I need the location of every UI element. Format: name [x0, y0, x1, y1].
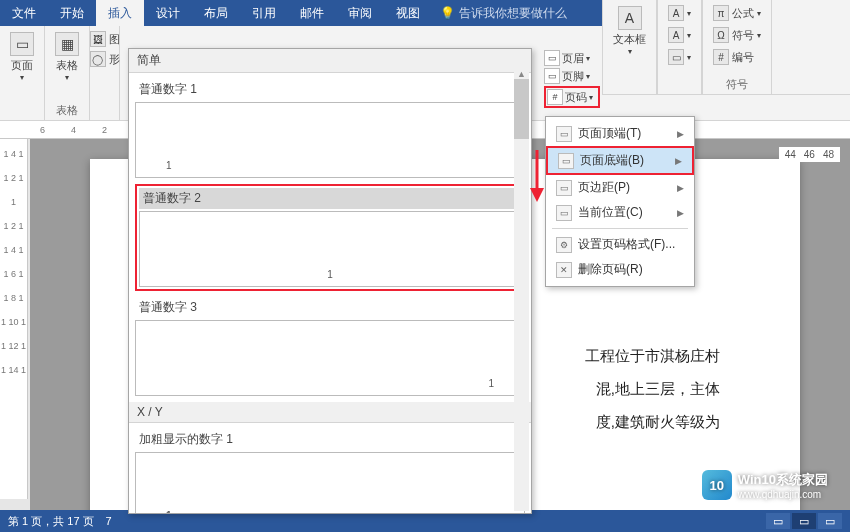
tables-group-label: 表格 — [56, 103, 78, 118]
chevron-down-icon: ▾ — [589, 93, 593, 102]
tell-me-placeholder: 告诉我你想要做什么 — [459, 5, 567, 22]
ruler-tick: 1 4 1 — [3, 245, 23, 255]
chevron-down-icon: ▾ — [20, 73, 24, 82]
format-icon: ⚙ — [556, 237, 572, 253]
gallery-body[interactable]: 普通数字 1 1 普通数字 2 1 普通数字 3 1 X / Y 加粗显示的数字… — [129, 73, 531, 513]
gallery-item-plain-2[interactable]: 普通数字 2 1 — [135, 184, 525, 291]
tab-review[interactable]: 审阅 — [336, 0, 384, 26]
chevron-down-icon: ▾ — [586, 54, 590, 63]
page-number-gallery: 简单 普通数字 1 1 普通数字 2 1 普通数字 3 1 X / Y 加粗显示… — [128, 48, 532, 514]
gallery-item-plain-3[interactable]: 普通数字 3 1 — [135, 297, 525, 396]
pages-button[interactable]: ▭ 页面 ▾ — [6, 30, 38, 84]
ruler-tick: 1 2 1 — [3, 173, 23, 183]
pagenumber-button[interactable]: #页码▾ — [544, 86, 600, 108]
gallery-item-label: 加粗显示的数字 1 — [135, 429, 525, 450]
submenu-label: 删除页码(R) — [578, 261, 643, 278]
submenu-format-page-numbers[interactable]: ⚙ 设置页码格式(F)... — [546, 232, 694, 257]
pi-icon: π — [713, 5, 729, 21]
tell-me[interactable]: 💡 告诉我你想要做什么 — [440, 5, 567, 22]
lightbulb-icon: 💡 — [440, 6, 455, 20]
page-count[interactable]: 第 1 页，共 17 页 — [8, 514, 94, 529]
tab-view[interactable]: 视图 — [384, 0, 432, 26]
site-watermark: 10 Win10系统家园 www.qdhuajin.com — [702, 470, 828, 500]
gallery-preview: 1 — [135, 452, 525, 513]
submenu-label: 页边距(P) — [578, 179, 630, 196]
picture-icon: 🖼 — [90, 31, 106, 47]
shapes-button[interactable]: ◯形 — [86, 50, 124, 68]
ruler-tick: 1 8 1 — [3, 293, 23, 303]
submenu-top-of-page[interactable]: ▭ 页面顶端(T) ▶ — [546, 121, 694, 146]
header-button[interactable]: ▭页眉▾ — [544, 50, 600, 66]
vertical-ruler[interactable]: 1 4 1 1 2 1 1 1 2 1 1 4 1 1 6 1 1 8 1 1 … — [0, 139, 28, 499]
textbox-button[interactable]: A 文本框 ▾ — [609, 4, 650, 58]
ribbon-group-text: A 文本框 ▾ — [602, 0, 657, 94]
page-bottom-icon: ▭ — [558, 153, 574, 169]
submenu-page-margins[interactable]: ▭ 页边距(P) ▶ — [546, 175, 694, 200]
submenu-bottom-of-page[interactable]: ▭ 页面底端(B) ▶ — [546, 146, 694, 175]
pictures-button[interactable]: 🖼图 — [86, 30, 124, 48]
scrollbar-thumb[interactable] — [514, 79, 529, 139]
equation-button[interactable]: π公式▾ — [709, 4, 765, 22]
table-button[interactable]: ▦ 表格 ▾ — [51, 30, 83, 84]
tab-insert[interactable]: 插入 — [96, 0, 144, 26]
pagenumber-icon: # — [547, 89, 563, 105]
word-count[interactable]: 7 — [106, 515, 112, 527]
ruler-tick: 1 — [11, 197, 16, 207]
view-buttons: ▭ ▭ ▭ — [766, 513, 842, 529]
zhihu-watermark: 知乎 @VIEWEL — [559, 467, 720, 494]
gallery-item-label: 普通数字 3 — [135, 297, 525, 318]
tab-mailings[interactable]: 邮件 — [288, 0, 336, 26]
textbox-icon: A — [618, 6, 642, 30]
gallery-item-label: 普通数字 1 — [135, 79, 525, 100]
page-icon: ▭ — [10, 32, 34, 56]
tab-file[interactable]: 文件 — [0, 0, 48, 26]
menu-separator — [552, 228, 688, 229]
read-mode-button[interactable]: ▭ — [766, 513, 790, 529]
gallery-section-simple: 简单 — [129, 49, 531, 73]
watermark-logo: 10 — [702, 470, 732, 500]
ruler-tick: 4 — [71, 125, 76, 135]
chevron-down-icon: ▾ — [65, 73, 69, 82]
symbols-group-label: 符号 — [726, 77, 748, 92]
number-button[interactable]: #编号 — [709, 48, 765, 66]
submenu-current-position[interactable]: ▭ 当前位置(C) ▶ — [546, 200, 694, 225]
web-layout-button[interactable]: ▭ — [818, 513, 842, 529]
wordart-button[interactable]: A▾ — [664, 4, 695, 22]
ribbon-group-illustrations: 🖼图 ◯形 — [90, 26, 120, 120]
omega-icon: Ω — [713, 27, 729, 43]
ruler-tick: 48 — [823, 149, 834, 160]
footer-button[interactable]: ▭页脚▾ — [544, 68, 600, 84]
submenu-remove-page-numbers[interactable]: ✕ 删除页码(R) — [546, 257, 694, 282]
ruler-right-ticks: 44 46 48 — [779, 147, 840, 162]
object-button[interactable]: ▭▾ — [664, 48, 695, 66]
ruler-tick: 6 — [40, 125, 45, 135]
textbox-label: 文本框 — [613, 32, 646, 47]
submenu-label: 设置页码格式(F)... — [578, 236, 675, 253]
watermark-brand: Win10系统家园 — [738, 471, 828, 489]
chevron-down-icon: ▾ — [757, 9, 761, 18]
scroll-up-icon[interactable]: ▲ — [514, 69, 529, 79]
page-margin-icon: ▭ — [556, 180, 572, 196]
chevron-right-icon: ▶ — [677, 183, 684, 193]
print-layout-button[interactable]: ▭ — [792, 513, 816, 529]
chevron-down-icon: ▾ — [757, 31, 761, 40]
gallery-item-plain-1[interactable]: 普通数字 1 1 — [135, 79, 525, 178]
tab-references[interactable]: 引用 — [240, 0, 288, 26]
tab-design[interactable]: 设计 — [144, 0, 192, 26]
current-position-icon: ▭ — [556, 205, 572, 221]
pages-label: 页面 — [11, 58, 33, 73]
dropcap-icon: A — [668, 27, 684, 43]
tab-layout[interactable]: 布局 — [192, 0, 240, 26]
ruler-tick: 46 — [804, 149, 815, 160]
remove-icon: ✕ — [556, 262, 572, 278]
gallery-scrollbar[interactable]: ▲ — [514, 69, 529, 511]
shapes-icon: ◯ — [90, 51, 106, 67]
object-icon: ▭ — [668, 49, 684, 65]
ruler-tick: 1 14 1 — [1, 365, 26, 375]
header-icon: ▭ — [544, 50, 560, 66]
tab-home[interactable]: 开始 — [48, 0, 96, 26]
gallery-item-bold-1[interactable]: 加粗显示的数字 1 1 — [135, 429, 525, 513]
ribbon-group-symbols: π公式▾ Ω符号▾ #编号 符号 — [702, 0, 772, 94]
dropcap-button[interactable]: A▾ — [664, 26, 695, 44]
symbol-button[interactable]: Ω符号▾ — [709, 26, 765, 44]
